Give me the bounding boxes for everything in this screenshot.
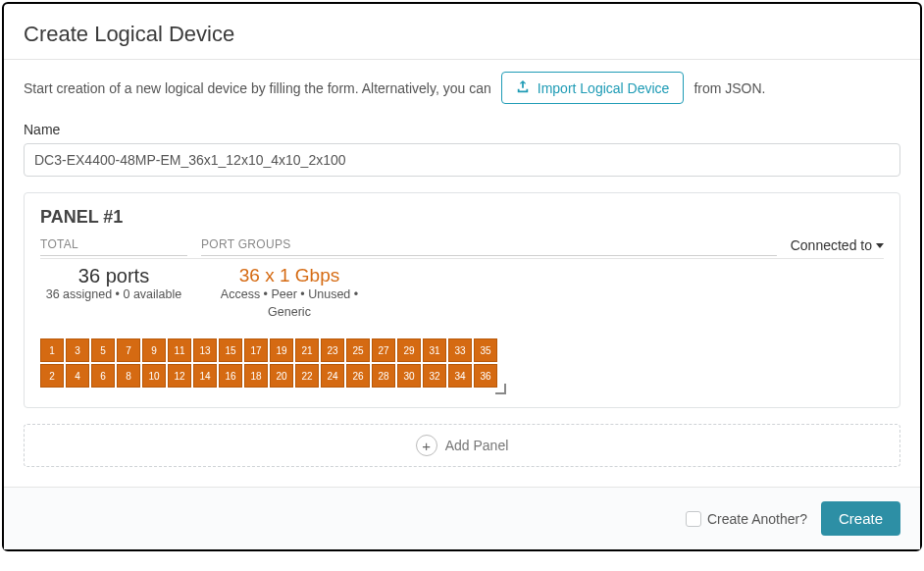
- port-cell[interactable]: 27: [372, 338, 395, 362]
- port-cell[interactable]: 15: [219, 338, 242, 362]
- port-cell[interactable]: 31: [423, 338, 446, 362]
- port-cell[interactable]: 21: [295, 338, 319, 362]
- port-cell[interactable]: 11: [168, 338, 191, 362]
- port-cell[interactable]: 30: [397, 364, 421, 388]
- modal-body: Start creation of a new logical device b…: [4, 60, 920, 487]
- port-cell[interactable]: 32: [423, 364, 446, 388]
- chevron-down-icon: [876, 243, 884, 248]
- panel-summary: 36 ports 36 assigned • 0 available 36 x …: [40, 265, 884, 321]
- panel-title: PANEL #1: [40, 207, 884, 228]
- import-logical-device-button[interactable]: Import Logical Device: [501, 72, 685, 104]
- ports-count: 36 ports: [40, 265, 187, 287]
- portgroups-header: PORT GROUPS: [201, 237, 777, 256]
- portgroup-block: 36 x 1 Gbps Access • Peer • Unused • Gen…: [201, 265, 378, 321]
- port-cell[interactable]: 24: [321, 364, 344, 388]
- port-cell[interactable]: 26: [346, 364, 370, 388]
- modal-header: Create Logical Device: [4, 4, 920, 60]
- port-cell[interactable]: 9: [142, 338, 166, 362]
- panel-column-headers: TOTAL PORT GROUPS Connected to: [40, 237, 884, 259]
- port-cell[interactable]: 6: [91, 364, 115, 388]
- plus-icon: +: [416, 435, 437, 456]
- port-cell[interactable]: 12: [168, 364, 191, 388]
- connected-to-dropdown[interactable]: Connected to: [791, 237, 884, 253]
- create-button[interactable]: Create: [821, 501, 900, 536]
- create-another-label: Create Another?: [707, 511, 807, 527]
- ports-assigned: 36 assigned • 0 available: [40, 287, 187, 301]
- port-cell[interactable]: 19: [270, 338, 293, 362]
- port-cell[interactable]: 10: [142, 364, 166, 388]
- port-cell[interactable]: 5: [91, 338, 115, 362]
- port-cell[interactable]: 16: [219, 364, 242, 388]
- port-cell[interactable]: 22: [295, 364, 319, 388]
- port-cell[interactable]: 20: [270, 364, 293, 388]
- total-block: 36 ports 36 assigned • 0 available: [40, 265, 187, 321]
- port-cell[interactable]: 14: [193, 364, 217, 388]
- intro-text-post: from JSON.: [693, 80, 765, 96]
- portgroup-roles: Access • Peer • Unused • Generic: [201, 286, 378, 321]
- port-cell[interactable]: 18: [244, 364, 268, 388]
- panel-card: PANEL #1 TOTAL PORT GROUPS Connected to …: [24, 192, 900, 408]
- create-another-checkbox[interactable]: [686, 511, 701, 527]
- port-grid: 1357911131517192123252729313335246810121…: [40, 338, 497, 388]
- page-title: Create Logical Device: [24, 22, 900, 47]
- port-cell[interactable]: 23: [321, 338, 344, 362]
- total-header: TOTAL: [40, 237, 187, 256]
- portgroup-speed: 36 x 1 Gbps: [201, 265, 378, 286]
- name-input[interactable]: [24, 143, 900, 177]
- port-cell[interactable]: 28: [372, 364, 395, 388]
- upload-icon: [516, 79, 530, 96]
- port-cell[interactable]: 34: [448, 364, 472, 388]
- intro-text-pre: Start creation of a new logical device b…: [24, 80, 491, 96]
- modal-footer: Create Another? Create: [4, 487, 920, 549]
- name-label: Name: [24, 122, 900, 137]
- create-logical-device-modal: Create Logical Device Start creation of …: [2, 2, 922, 551]
- port-cell[interactable]: 33: [448, 338, 472, 362]
- add-panel-button[interactable]: + Add Panel: [24, 424, 900, 467]
- port-cell[interactable]: 17: [244, 338, 268, 362]
- add-panel-label: Add Panel: [445, 438, 509, 453]
- port-cell[interactable]: 3: [66, 338, 89, 362]
- port-grid-wrap: 1357911131517192123252729313335246810121…: [40, 338, 497, 388]
- port-cell[interactable]: 35: [474, 338, 497, 362]
- port-cell[interactable]: 4: [66, 364, 89, 388]
- port-cell[interactable]: 8: [117, 364, 140, 388]
- resize-handle-icon[interactable]: [493, 382, 507, 395]
- intro-row: Start creation of a new logical device b…: [24, 72, 900, 104]
- port-cell[interactable]: 1: [40, 338, 64, 362]
- connected-to-label: Connected to: [791, 237, 872, 253]
- port-cell[interactable]: 25: [346, 338, 370, 362]
- port-cell[interactable]: 29: [397, 338, 421, 362]
- port-cell[interactable]: 7: [117, 338, 140, 362]
- port-cell[interactable]: 13: [193, 338, 217, 362]
- port-cell[interactable]: 2: [40, 364, 64, 388]
- create-another-wrap: Create Another?: [686, 511, 807, 527]
- import-button-label: Import Logical Device: [538, 80, 670, 96]
